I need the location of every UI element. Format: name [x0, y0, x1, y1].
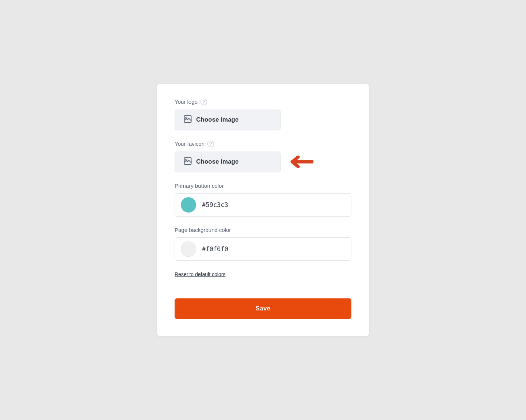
divider — [175, 288, 351, 288]
favicon-choose-image-button[interactable]: Choose image — [175, 152, 281, 172]
logo-label: Your logo ? — [175, 99, 351, 105]
bg-color-label: Page background color — [175, 227, 351, 233]
favicon-label: Your favicon ? — [175, 141, 351, 147]
bg-color-label-text: Page background color — [175, 227, 231, 233]
logo-label-text: Your logo — [175, 99, 198, 105]
primary-color-value: #59c3c3 — [202, 201, 228, 209]
reset-colors-button[interactable]: Reset to default colors — [175, 271, 225, 277]
logo-section: Your logo ? Choose image — [175, 99, 351, 130]
logo-help-icon[interactable]: ? — [201, 99, 207, 105]
bg-color-section: Page background color #f0f0f0 — [175, 227, 351, 261]
favicon-row: Choose image — [175, 152, 351, 172]
bg-color-input-row: #f0f0f0 — [175, 237, 351, 261]
bg-color-value: #f0f0f0 — [202, 245, 228, 253]
favicon-button-label: Choose image — [196, 158, 239, 165]
primary-color-section: Primary button color #59c3c3 — [175, 183, 351, 217]
logo-button-label: Choose image — [196, 116, 239, 123]
logo-choose-image-button[interactable]: Choose image — [175, 110, 281, 130]
arrow-indicator — [288, 156, 313, 168]
save-button[interactable]: Save — [175, 298, 351, 319]
favicon-help-icon[interactable]: ? — [207, 141, 214, 147]
settings-card: Your logo ? Choose image Your favicon ? — [157, 84, 369, 336]
primary-color-label-text: Primary button color — [175, 183, 224, 189]
primary-color-input-row: #59c3c3 — [175, 193, 351, 217]
logo-image-icon — [184, 115, 192, 125]
primary-color-swatch[interactable] — [181, 197, 196, 213]
favicon-section: Your favicon ? Choose image — [175, 141, 351, 172]
favicon-label-text: Your favicon — [175, 141, 205, 147]
favicon-image-icon — [184, 157, 192, 167]
arrow-icon — [288, 156, 313, 168]
primary-color-label: Primary button color — [175, 183, 351, 189]
bg-color-swatch[interactable] — [181, 241, 196, 257]
